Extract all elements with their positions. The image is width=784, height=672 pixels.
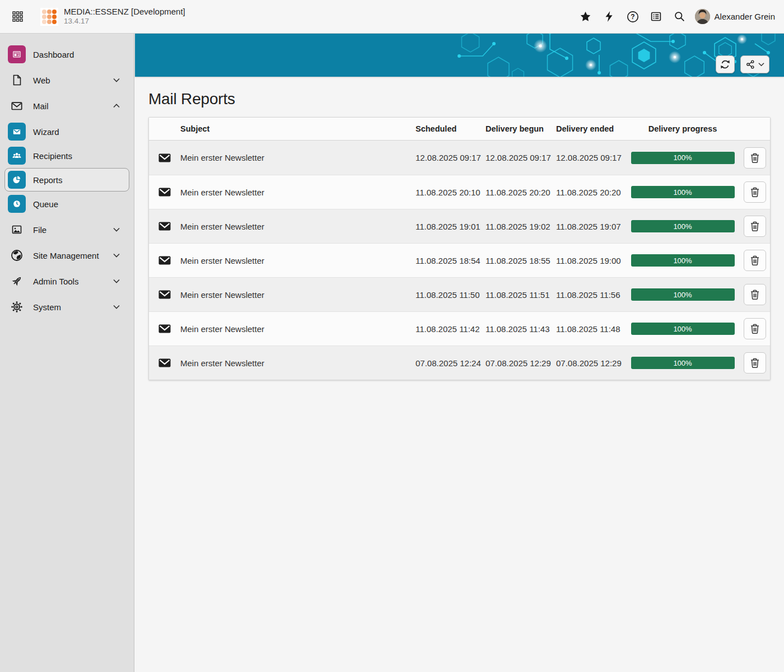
table-row[interactable]: Mein erster Newsletter 11.08.2025 19:01 … xyxy=(149,209,770,243)
delete-button[interactable] xyxy=(744,181,766,203)
favorites-button[interactable] xyxy=(577,8,594,25)
delete-button[interactable] xyxy=(744,284,766,305)
sidebar-item-dashboard[interactable]: Dashboard xyxy=(4,43,129,66)
report-subject: Mein erster Newsletter xyxy=(180,153,416,162)
delete-button[interactable] xyxy=(744,250,766,271)
report-subject: Mein erster Newsletter xyxy=(180,188,416,197)
progress-value: 100% xyxy=(673,188,692,197)
sidebar-item-file[interactable]: File xyxy=(4,218,129,241)
apps-grid-button[interactable] xyxy=(9,8,26,25)
report-delivery-ended: 11.08.2025 11:56 xyxy=(556,290,626,300)
refresh-button[interactable] xyxy=(716,55,735,73)
module-body: Mail Reports Subject Scheduled Delivery … xyxy=(135,90,784,380)
sidebar-item-wizard[interactable]: Wizard xyxy=(4,120,129,143)
log-list-button[interactable] xyxy=(648,8,665,25)
report-delivery-ended: 11.08.2025 20:20 xyxy=(556,188,626,197)
mail-envelope-icon xyxy=(8,97,26,115)
report-delivery-begun: 11.08.2025 19:02 xyxy=(486,222,556,231)
envelope-icon xyxy=(149,324,180,333)
col-header-delivery-progress: Delivery progress xyxy=(626,124,739,133)
table-row[interactable]: Mein erster Newsletter 11.08.2025 20:10 … xyxy=(149,175,770,209)
sidebar-item-label: Admin Tools xyxy=(33,277,78,286)
flush-cache-button[interactable] xyxy=(601,8,618,25)
table-row[interactable]: Mein erster Newsletter 11.08.2025 11:42 … xyxy=(149,311,770,346)
table-header: Subject Scheduled Delivery begun Deliver… xyxy=(149,118,770,141)
trash-icon xyxy=(749,186,760,198)
chevron-down-icon xyxy=(113,78,120,82)
report-scheduled: 11.08.2025 20:10 xyxy=(416,188,486,197)
progress-bar: 100% xyxy=(631,357,735,369)
svg-text:?: ? xyxy=(631,13,634,21)
page-title: Mail Reports xyxy=(148,90,771,108)
sidebar-item-admin-tools[interactable]: Admin Tools xyxy=(4,269,129,293)
help-button[interactable]: ? xyxy=(624,8,641,25)
topbar-actions: ? xyxy=(577,8,775,25)
chevron-down-icon xyxy=(113,227,120,232)
progress-value: 100% xyxy=(673,291,692,299)
reports-pie-icon xyxy=(8,171,26,189)
report-delivery-begun: 11.08.2025 11:51 xyxy=(486,290,556,300)
chevron-down-icon xyxy=(113,305,120,309)
progress-bar: 100% xyxy=(631,323,735,335)
report-scheduled: 07.08.2025 12:24 xyxy=(416,358,486,368)
report-subject: Mein erster Newsletter xyxy=(180,358,416,368)
sidebar-item-label: Recipients xyxy=(33,151,72,161)
col-header-delivery-ended: Delivery ended xyxy=(556,124,626,133)
progress-bar: 100% xyxy=(631,288,735,301)
report-delivery-ended: 11.08.2025 11:48 xyxy=(556,324,626,334)
report-scheduled: 11.08.2025 11:50 xyxy=(416,290,486,300)
trash-icon xyxy=(749,323,760,334)
wizard-envelope-icon xyxy=(8,123,26,141)
lightning-icon xyxy=(604,11,614,22)
table-row[interactable]: Mein erster Newsletter 11.08.2025 11:50 … xyxy=(149,277,770,311)
trash-icon xyxy=(749,357,760,368)
envelope-icon xyxy=(149,222,180,231)
sidebar-item-system[interactable]: System xyxy=(4,295,129,319)
chevron-down-icon xyxy=(758,62,764,67)
trash-icon xyxy=(749,289,760,300)
topbar: MEDIA::ESSENZ [Development] 13.4.17 ? xyxy=(0,0,784,34)
user-avatar[interactable] xyxy=(695,9,710,24)
user-name[interactable]: Alexander Grein xyxy=(715,12,775,21)
envelope-icon xyxy=(149,256,180,265)
sidebar-item-label: Queue xyxy=(33,199,58,209)
search-button[interactable] xyxy=(671,8,688,25)
table-row[interactable]: Mein erster Newsletter 12.08.2025 09:17 … xyxy=(149,141,770,175)
report-delivery-begun: 11.08.2025 18:55 xyxy=(486,256,556,265)
envelope-icon xyxy=(149,290,180,299)
report-delivery-ended: 11.08.2025 19:00 xyxy=(556,256,626,265)
delete-button[interactable] xyxy=(744,147,766,169)
progress-value: 100% xyxy=(673,359,692,367)
sidebar-item-label: Dashboard xyxy=(33,50,74,59)
sidebar-item-site-management[interactable]: Site Management xyxy=(4,244,129,267)
report-delivery-begun: 12.08.2025 09:17 xyxy=(486,153,556,162)
col-header-scheduled: Scheduled xyxy=(416,124,486,133)
app-title-block: MEDIA::ESSENZ [Development] 13.4.17 xyxy=(64,7,185,27)
sidebar-item-mail[interactable]: Mail xyxy=(4,94,129,118)
sidebar-item-label: Mail xyxy=(33,101,49,111)
refresh-icon xyxy=(720,59,731,70)
report-scheduled: 12.08.2025 09:17 xyxy=(416,153,486,162)
chevron-up-icon xyxy=(113,104,120,108)
list-icon xyxy=(650,11,662,22)
table-row[interactable]: Mein erster Newsletter 07.08.2025 12:24 … xyxy=(149,346,770,380)
web-page-icon xyxy=(8,71,26,89)
sidebar-item-web[interactable]: Web xyxy=(4,68,129,92)
col-header-delivery-begun: Delivery begun xyxy=(486,124,556,133)
queue-clock-icon xyxy=(8,195,26,213)
delete-button[interactable] xyxy=(744,216,766,237)
delete-button[interactable] xyxy=(744,318,766,339)
delete-button[interactable] xyxy=(744,352,766,374)
sidebar-item-recipients[interactable]: Recipients xyxy=(4,144,129,167)
table-row[interactable]: Mein erster Newsletter 11.08.2025 18:54 … xyxy=(149,243,770,277)
sidebar-item-label: Reports xyxy=(33,175,63,185)
report-delivery-ended: 07.08.2025 12:29 xyxy=(556,358,626,368)
sidebar-item-label: System xyxy=(33,302,61,312)
sidebar-item-queue[interactable]: Queue xyxy=(4,192,129,216)
report-scheduled: 11.08.2025 11:42 xyxy=(416,324,486,334)
sidebar-item-reports[interactable]: Reports xyxy=(4,168,129,192)
mail-reports-table: Subject Scheduled Delivery begun Deliver… xyxy=(148,117,771,380)
file-image-icon xyxy=(8,221,26,239)
share-button[interactable] xyxy=(740,55,769,73)
chevron-down-icon xyxy=(113,279,120,283)
